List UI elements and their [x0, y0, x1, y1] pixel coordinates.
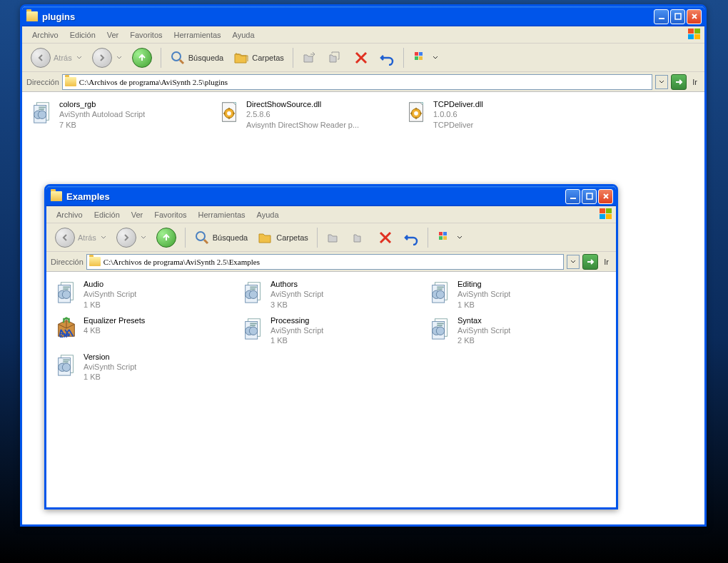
delete-button[interactable] — [349, 48, 373, 68]
menu-ayuda[interactable]: Ayuda — [227, 29, 261, 41]
views-button[interactable] — [433, 228, 467, 248]
svg-line-7 — [180, 60, 183, 64]
svg-rect-47 — [250, 288, 256, 290]
file-list: AudioAviSynth Script1 KBAuthorsAviSynth … — [46, 272, 616, 507]
menu-archivo[interactable]: Archivo — [26, 29, 64, 41]
file-name: Equalizer Presets — [84, 315, 145, 325]
forward-arrow-icon — [116, 228, 136, 248]
address-dropdown[interactable] — [655, 75, 668, 89]
close-button[interactable] — [687, 9, 702, 24]
file-item[interactable]: colors_rgbAviSynth Autoload Script7 KB — [28, 98, 206, 131]
go-button[interactable] — [671, 74, 687, 90]
views-icon — [413, 50, 428, 66]
addressbar: Dirección Ir — [22, 72, 704, 92]
svg-rect-41 — [63, 288, 69, 290]
folders-button[interactable]: Carpetas — [253, 228, 313, 248]
address-input-wrap[interactable] — [86, 254, 564, 270]
svg-rect-1 — [675, 14, 681, 19]
menu-favoritos[interactable]: Favoritos — [124, 29, 168, 41]
svg-point-15 — [38, 111, 46, 118]
svg-rect-17 — [39, 108, 44, 110]
svg-rect-35 — [443, 236, 447, 240]
svg-rect-2 — [688, 29, 694, 34]
file-name: DirectShowSource.dll — [246, 99, 359, 109]
search-button[interactable]: Búsqueda — [190, 228, 253, 248]
search-button[interactable]: Búsqueda — [166, 48, 228, 68]
svg-rect-26 — [600, 208, 605, 213]
chevron-down-icon — [101, 235, 106, 240]
menu-edicion[interactable]: Edición — [64, 29, 101, 41]
file-item[interactable]: EditingAviSynth Script1 KB — [426, 278, 605, 311]
file-item[interactable]: TCPDeliver.dll1.0.0.6TCPDeliver — [402, 98, 580, 131]
file-item[interactable]: ZIPEqualizer Presets4 KB — [52, 314, 231, 348]
file-item[interactable]: AuthorsAviSynth Script3 KB — [239, 278, 418, 311]
address-input[interactable] — [79, 78, 649, 86]
menu-ver[interactable]: Ver — [101, 29, 125, 41]
views-button[interactable] — [408, 48, 443, 68]
separator — [317, 228, 318, 248]
minimize-button[interactable] — [565, 189, 580, 204]
up-button[interactable] — [128, 46, 156, 70]
menu-ver[interactable]: Ver — [126, 208, 149, 221]
address-input-wrap[interactable] — [62, 74, 652, 90]
menu-ayuda[interactable]: Ayuda — [251, 208, 285, 221]
svg-point-39 — [62, 290, 70, 298]
go-button[interactable] — [582, 254, 598, 270]
svg-point-64 — [436, 327, 444, 335]
file-item[interactable]: SyntaxAviSynth Script2 KB — [426, 314, 605, 348]
up-button[interactable] — [152, 225, 181, 250]
svg-point-58 — [249, 327, 257, 335]
file-size: 1 KB — [271, 335, 323, 345]
move-to-icon — [326, 230, 342, 245]
address-dropdown[interactable] — [567, 255, 580, 269]
file-item[interactable]: DirectShowSource.dll2.5.8.6Avisynth Dire… — [215, 98, 393, 131]
file-desc: AviSynth Script — [84, 362, 136, 372]
address-input[interactable] — [103, 258, 561, 266]
delete-button[interactable] — [373, 228, 398, 248]
undo-icon — [403, 230, 419, 245]
folders-icon — [233, 50, 249, 66]
file-meta: AuthorsAviSynth Script3 KB — [271, 279, 323, 310]
close-button[interactable] — [598, 189, 613, 204]
file-item[interactable]: VersionAviSynth Script1 KB — [52, 350, 231, 384]
script-file-icon — [54, 279, 79, 305]
file-name: Authors — [271, 279, 323, 289]
menu-edicion[interactable]: Edición — [89, 208, 126, 221]
explorer-window-examples: Examples Archivo Edición Ver Favoritos H… — [44, 184, 618, 509]
windows-logo-icon — [687, 28, 702, 41]
maximize-button[interactable] — [582, 189, 597, 204]
svg-rect-59 — [250, 323, 256, 324]
file-desc: 4 KB — [84, 325, 145, 335]
minimize-button[interactable] — [654, 9, 669, 24]
file-meta: colors_rgbAviSynth Autoload Script7 KB — [59, 99, 145, 130]
back-label: Atrás — [54, 54, 72, 62]
svg-rect-5 — [694, 34, 700, 39]
menu-herramientas[interactable]: Herramientas — [168, 29, 227, 41]
menu-archivo[interactable]: Archivo — [51, 208, 89, 221]
svg-rect-52 — [437, 286, 443, 288]
back-button: Atrás — [26, 46, 86, 70]
folders-button[interactable]: Carpetas — [229, 48, 288, 68]
file-meta: EditingAviSynth Script1 KB — [457, 279, 510, 310]
titlebar[interactable]: plugins — [22, 6, 704, 26]
undo-icon — [379, 50, 395, 66]
menu-favoritos[interactable]: Favoritos — [148, 208, 192, 221]
search-label: Búsqueda — [188, 54, 224, 62]
maximize-button[interactable] — [670, 9, 685, 24]
folder-icon — [51, 191, 62, 201]
toolbar: Atrás Búsqueda Carpetas — [46, 223, 616, 252]
undo-button[interactable] — [375, 48, 399, 68]
file-item[interactable]: AudioAviSynth Script1 KB — [52, 278, 231, 311]
svg-line-31 — [204, 240, 208, 243]
file-size: Avisynth DirectShow Reader p... — [246, 120, 359, 130]
file-size: 1 KB — [84, 300, 136, 310]
move-to-button — [298, 48, 322, 68]
svg-point-30 — [196, 232, 205, 240]
file-size: 3 KB — [271, 300, 323, 310]
titlebar[interactable]: Examples — [46, 186, 616, 206]
file-item[interactable]: ProcessingAviSynth Script1 KB — [239, 314, 418, 348]
menu-herramientas[interactable]: Herramientas — [193, 208, 251, 221]
undo-button[interactable] — [399, 228, 423, 248]
svg-point-20 — [227, 111, 231, 116]
svg-rect-11 — [419, 56, 423, 60]
